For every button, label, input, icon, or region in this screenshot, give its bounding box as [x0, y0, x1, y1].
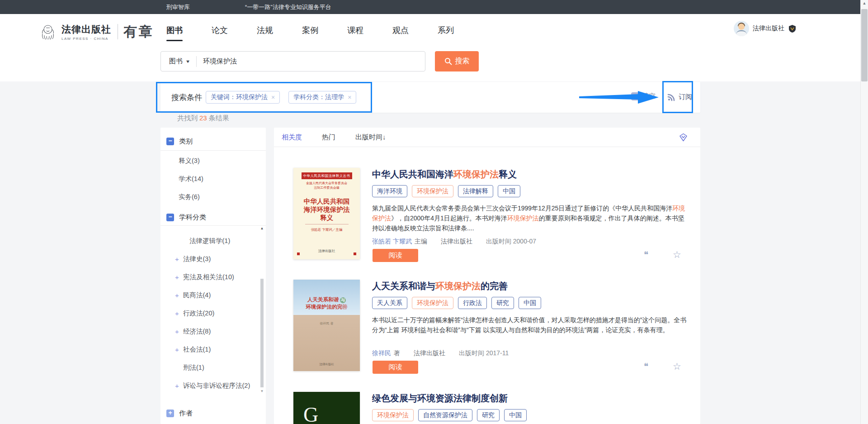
book-tag[interactable]: 天人关系	[372, 297, 407, 309]
author-link[interactable]: 张皓若 卞耀武	[372, 238, 412, 245]
book-tag[interactable]: 环境保护法	[412, 297, 453, 309]
subject-tree-scrollbar: ▲ ▼	[260, 226, 264, 393]
scroll-down-icon[interactable]: ▼	[260, 389, 264, 393]
scrollbar-thumb[interactable]	[861, 9, 868, 81]
nav-tab-课程[interactable]: 课程	[347, 25, 363, 41]
collapse-icon[interactable]: −	[166, 138, 174, 145]
book-tag[interactable]: 海洋环境	[372, 185, 407, 197]
cover-subtitle-line: 全国人民代表大会常务委员会	[293, 181, 360, 186]
subscribe-button[interactable]: 订阅	[667, 93, 692, 101]
favorite-star-icon[interactable]: ☆	[673, 361, 681, 372]
topbar-link-xingshen[interactable]: 刑审智库	[166, 0, 190, 14]
result-meta: 徐祥民著法律出版社出版时间 2017-11	[372, 349, 509, 357]
book-cover[interactable]: 中华人民共和国法律释义丛书全国人民代表大会常务委员会法制工作委员会编中华人民共和…	[293, 168, 360, 259]
book-tag[interactable]: 研究	[477, 409, 500, 421]
quote-icon[interactable]: ❝	[644, 249, 648, 260]
tree-expand-icon[interactable]: +	[175, 291, 183, 299]
quote-icon[interactable]: ❝	[644, 361, 648, 372]
scrollbar-thumb[interactable]	[260, 279, 264, 387]
facet-tree-item[interactable]: 刑法(1)	[160, 358, 266, 376]
book-tag[interactable]: 法律解释	[458, 185, 493, 197]
facet-tree-item[interactable]: +社会法(1)	[160, 340, 266, 358]
book-tag[interactable]: 环境保护法	[412, 185, 453, 197]
tree-expand-icon[interactable]: +	[175, 273, 183, 281]
tree-expand-icon[interactable]: +	[175, 328, 183, 335]
collapse-icon[interactable]: −	[166, 214, 174, 221]
search-box: 图书 ▼	[160, 51, 425, 71]
facet-tree-item[interactable]: +经济法(8)	[160, 322, 266, 340]
nav-tab-系列[interactable]: 系列	[438, 25, 454, 41]
facet-item[interactable]: 实务(6)	[160, 188, 266, 206]
logo-divider	[118, 24, 118, 39]
filter-icon[interactable]	[679, 133, 688, 142]
read-button[interactable]: 阅读	[373, 249, 418, 262]
search-category-dropdown[interactable]: 图书 ▼	[161, 57, 196, 66]
nav-tab-论文[interactable]: 论文	[212, 25, 228, 41]
cover-subtitle: 全国人民代表大会常务委员会法制工作委员会编	[293, 181, 360, 190]
facet-tree-item[interactable]: +行政法(20)	[160, 304, 266, 322]
book-cover[interactable]: 人天关系和谐 与环境保护法的完善徐祥民 著法律出版社	[293, 280, 360, 371]
nav-tab-法规[interactable]: 法规	[257, 25, 273, 41]
author-link[interactable]: 徐祥民	[372, 349, 391, 357]
search-input[interactable]	[197, 57, 405, 65]
book-tag[interactable]: 行政法	[458, 297, 487, 309]
facet-tree-item[interactable]: +法律史(3)	[160, 250, 266, 268]
expand-icon[interactable]: +	[166, 410, 174, 417]
search-button[interactable]: 搜索	[435, 51, 479, 71]
user-menu[interactable]: 法律出版社	[734, 20, 797, 37]
sort-option-相关度[interactable]: 相关度	[282, 133, 302, 142]
facet-item[interactable]: 释义(3)	[160, 152, 266, 170]
nav-tab-案例[interactable]: 案例	[302, 25, 318, 41]
facet-tree-item[interactable]: 法律逻辑学(1)	[160, 232, 266, 250]
facet-section-author[interactable]: + 作者	[160, 404, 266, 422]
facet-section-category[interactable]: − 类别	[160, 132, 266, 150]
book-tag[interactable]: 环境保护法	[372, 409, 414, 421]
read-button[interactable]: 阅读	[373, 361, 418, 374]
cover-title-line: 环境保护法的完善	[293, 303, 360, 310]
title-text: 环境保护法	[435, 281, 481, 291]
scroll-up-icon[interactable]: ▲	[861, 1, 868, 5]
description-text: 环境保护法	[507, 214, 539, 222]
book-tag[interactable]: 中国	[519, 297, 541, 309]
remove-tag-icon[interactable]: ×	[348, 94, 351, 101]
book-cover[interactable]: G	[293, 392, 360, 424]
facet-tree-item[interactable]: 立法学(1)	[160, 226, 266, 232]
tree-expand-icon[interactable]: +	[175, 382, 183, 390]
nav-tab-图书[interactable]: 图书	[166, 25, 183, 41]
filter-tag[interactable]: 学科分类：法理学×	[288, 91, 356, 104]
result-title[interactable]: 中华人民共和国海洋环境保护法释义	[372, 168, 517, 181]
facet-tree-item[interactable]: +诉讼与非诉讼程序法(2)	[160, 376, 266, 393]
facet-tree-item[interactable]: +宪法及相关法(10)	[160, 268, 266, 286]
title-text: 释义	[499, 169, 517, 179]
nav-tab-观点[interactable]: 观点	[392, 25, 409, 41]
facet-section-subject[interactable]: − 学科分类	[160, 208, 266, 226]
sort-option-出版时间↓[interactable]: 出版时间↓	[355, 133, 386, 142]
book-tag[interactable]: 中国	[498, 185, 520, 197]
remove-tag-icon[interactable]: ×	[271, 94, 275, 101]
filter-tag[interactable]: 关键词：环境保护法×	[206, 91, 280, 104]
facet-tree-item[interactable]: +民商法(4)	[160, 286, 266, 304]
top-utility-bar: 刑审智库 “一带一路”法律专业知识服务平台	[0, 0, 860, 14]
book-tag[interactable]: 中国	[504, 409, 527, 421]
tree-expand-icon[interactable]: +	[175, 310, 183, 317]
active-tab-underline	[166, 40, 183, 41]
topbar-link-belt-road[interactable]: “一带一路”法律专业知识服务平台	[245, 0, 331, 14]
facet-item[interactable]: 学术(14)	[160, 170, 266, 188]
clear-filters-button[interactable]: 清空	[631, 92, 656, 100]
scroll-up-icon[interactable]: ▲	[260, 226, 264, 230]
facet-tree-label: 刑法(1)	[183, 363, 204, 372]
sort-option-热门[interactable]: 热门	[322, 133, 335, 142]
book-tag[interactable]: 研究	[491, 297, 514, 309]
result-title[interactable]: 人天关系和谐与环境保护法的完善	[372, 280, 508, 292]
logo[interactable]: 法律出版社 LAW PRESS · CHINA 有章	[38, 20, 154, 43]
favorite-star-icon[interactable]: ☆	[673, 249, 681, 260]
cover-publisher: 法律出版社	[293, 362, 360, 367]
facet-tree-label: 诉讼与非诉讼程序法(2)	[183, 381, 250, 390]
result-title[interactable]: 绿色发展与环境资源法律制度创新	[372, 392, 508, 405]
tree-expand-icon[interactable]: +	[175, 255, 183, 263]
nav-tab-label: 图书	[166, 26, 183, 35]
result-description: 本书以近二十万字的篇幅来解答“法律怎样去创造人天和谐价值，对人采取怎样的措施才是…	[372, 315, 690, 335]
book-tag[interactable]: 自然资源保护法	[418, 409, 472, 421]
author-role: 著	[394, 349, 400, 357]
tree-expand-icon[interactable]: +	[175, 346, 183, 353]
